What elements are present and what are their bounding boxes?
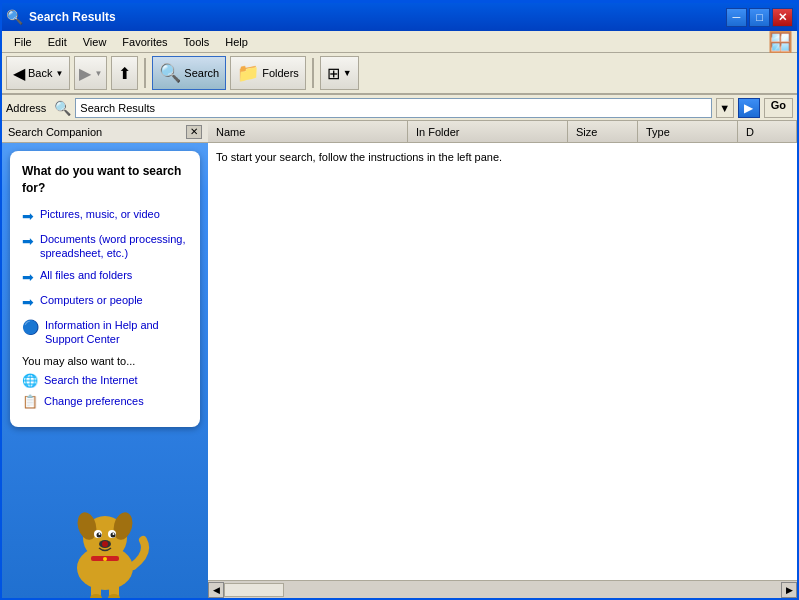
maximize-button[interactable]: □ xyxy=(749,8,770,27)
content-area: To start your search, follow the instruc… xyxy=(208,143,797,580)
dog-illustration xyxy=(55,488,155,598)
search-companion-header: Search Companion ✕ xyxy=(2,121,208,143)
column-headers: Name In Folder Size Type D xyxy=(208,121,797,143)
also-option-preferences[interactable]: 📋 Change preferences xyxy=(22,394,188,409)
menu-view[interactable]: View xyxy=(75,34,115,50)
scroll-track[interactable] xyxy=(224,582,781,598)
window-icon: 🔍 xyxy=(6,9,23,25)
forward-button[interactable]: ▶ ▼ xyxy=(74,56,107,90)
pictures-label: Pictures, music, or video xyxy=(40,207,160,221)
title-bar-buttons: ─ □ ✕ xyxy=(726,8,793,27)
folders-label: Folders xyxy=(262,67,299,79)
views-button[interactable]: ⊞ ▼ xyxy=(320,56,359,90)
address-bar: Address 🔍 Search Results ▼ ▶ Go xyxy=(2,95,797,121)
up-button[interactable]: ⬆ xyxy=(111,56,138,90)
search-option-computers[interactable]: ➡ Computers or people xyxy=(22,293,188,310)
svg-point-9 xyxy=(113,533,115,535)
internet-label: Search the Internet xyxy=(44,374,138,386)
search-option-files[interactable]: ➡ All files and folders xyxy=(22,268,188,285)
internet-icon: 🌐 xyxy=(22,373,38,388)
search-icon: 🔍 xyxy=(159,62,181,84)
svg-point-8 xyxy=(99,533,101,535)
toolbar: ◀ Back ▼ ▶ ▼ ⬆ 🔍 Search 📁 Folders ⊞ ▼ xyxy=(2,53,797,95)
documents-label: Documents (word processing, spreadsheet,… xyxy=(40,232,188,261)
menu-tools[interactable]: Tools xyxy=(176,34,218,50)
search-option-help[interactable]: 🔵 Information in Help and Support Center xyxy=(22,318,188,347)
folders-button[interactable]: 📁 Folders xyxy=(230,56,306,90)
empty-message: To start your search, follow the instruc… xyxy=(216,151,789,163)
address-go-arrow[interactable]: ▶ xyxy=(738,98,760,118)
column-header-name[interactable]: Name xyxy=(208,121,408,142)
folders-icon: 📁 xyxy=(237,62,259,84)
companion-close-button[interactable]: ✕ xyxy=(186,125,202,139)
back-icon: ◀ xyxy=(13,64,25,83)
scroll-left-button[interactable]: ◀ xyxy=(208,582,224,598)
address-field[interactable]: Search Results xyxy=(75,98,711,118)
up-icon: ⬆ xyxy=(118,64,131,83)
files-icon: ➡ xyxy=(22,269,34,285)
search-option-documents[interactable]: ➡ Documents (word processing, spreadshee… xyxy=(22,232,188,261)
also-option-internet[interactable]: 🌐 Search the Internet xyxy=(22,373,188,388)
also-want-section: You may also want to... 🌐 Search the Int… xyxy=(22,355,188,409)
dog-container xyxy=(2,478,208,598)
svg-point-17 xyxy=(102,541,108,547)
title-bar: 🔍 Search Results ─ □ ✕ xyxy=(2,3,797,31)
address-label: Address xyxy=(6,102,46,114)
computers-icon: ➡ xyxy=(22,294,34,310)
search-button[interactable]: 🔍 Search xyxy=(152,56,226,90)
minimize-button[interactable]: ─ xyxy=(726,8,747,27)
column-header-type[interactable]: Type xyxy=(638,121,738,142)
search-box-title: What do you want to search for? xyxy=(22,163,188,197)
address-dropdown[interactable]: ▼ xyxy=(716,98,734,118)
main-area: Search Companion ✕ What do you want to s… xyxy=(2,121,797,598)
views-icon: ⊞ xyxy=(327,64,340,83)
computers-label: Computers or people xyxy=(40,293,143,307)
search-companion-label: Search Companion xyxy=(8,126,102,138)
search-box: What do you want to search for? ➡ Pictur… xyxy=(10,151,200,427)
forward-dropdown-icon[interactable]: ▼ xyxy=(94,69,102,78)
toolbar-separator-1 xyxy=(144,58,146,88)
search-option-pictures[interactable]: ➡ Pictures, music, or video xyxy=(22,207,188,224)
also-want-label: You may also want to... xyxy=(22,355,188,367)
back-button[interactable]: ◀ Back ▼ xyxy=(6,56,70,90)
back-label: Back xyxy=(28,67,52,79)
search-label: Search xyxy=(184,67,219,79)
pictures-icon: ➡ xyxy=(22,208,34,224)
forward-icon: ▶ xyxy=(79,64,91,83)
xp-flag-icon: 🪟 xyxy=(768,30,793,54)
menu-edit[interactable]: Edit xyxy=(40,34,75,50)
menu-help[interactable]: Help xyxy=(217,34,256,50)
column-header-size[interactable]: Size xyxy=(568,121,638,142)
left-pane: Search Companion ✕ What do you want to s… xyxy=(2,121,208,598)
scroll-right-button[interactable]: ▶ xyxy=(781,582,797,598)
address-folder-icon: 🔍 xyxy=(54,100,71,116)
column-header-folder[interactable]: In Folder xyxy=(408,121,568,142)
horizontal-scrollbar[interactable]: ◀ ▶ xyxy=(208,580,797,598)
help-icon: 🔵 xyxy=(22,319,39,335)
documents-icon: ➡ xyxy=(22,233,34,249)
address-value: Search Results xyxy=(80,102,155,114)
right-pane: Name In Folder Size Type D To start your… xyxy=(208,121,797,598)
files-label: All files and folders xyxy=(40,268,132,282)
column-header-date[interactable]: D xyxy=(738,121,797,142)
close-button[interactable]: ✕ xyxy=(772,8,793,27)
scroll-thumb[interactable] xyxy=(224,583,284,597)
back-dropdown-icon[interactable]: ▼ xyxy=(55,69,63,78)
toolbar-separator-2 xyxy=(312,58,314,88)
address-go-button[interactable]: Go xyxy=(764,98,793,118)
main-window: 🔍 Search Results ─ □ ✕ File Edit View Fa… xyxy=(0,0,799,600)
menu-file[interactable]: File xyxy=(6,34,40,50)
views-dropdown-icon[interactable]: ▼ xyxy=(343,68,352,78)
help-label: Information in Help and Support Center xyxy=(45,318,188,347)
menu-favorites[interactable]: Favorites xyxy=(114,34,175,50)
preferences-icon: 📋 xyxy=(22,394,38,409)
window-title: Search Results xyxy=(29,10,726,24)
menu-bar: File Edit View Favorites Tools Help 🪟 xyxy=(2,31,797,53)
svg-point-12 xyxy=(103,557,107,561)
preferences-label: Change preferences xyxy=(44,395,144,407)
